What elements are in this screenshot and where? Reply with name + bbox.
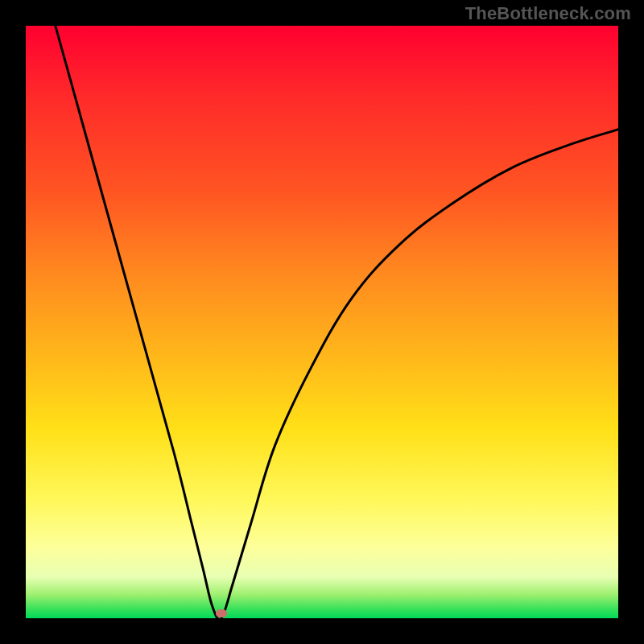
min-marker bbox=[216, 609, 227, 617]
watermark-text: TheBottleneck.com bbox=[465, 3, 631, 24]
bottleneck-curve bbox=[26, 26, 618, 618]
plot-area bbox=[26, 26, 618, 618]
chart-frame: TheBottleneck.com bbox=[0, 0, 644, 644]
